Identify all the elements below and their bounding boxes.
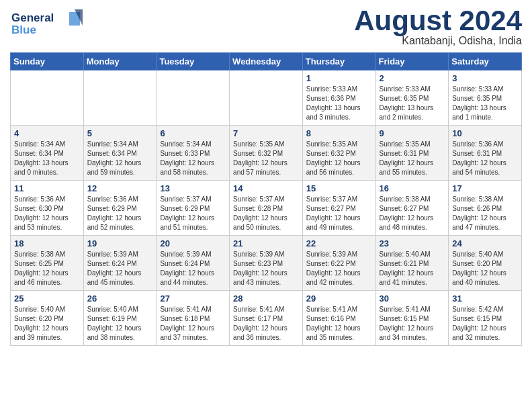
header-wednesday: Wednesday xyxy=(230,53,303,71)
calendar-week-3: 18Sunrise: 5:38 AM Sunset: 6:25 PM Dayli… xyxy=(11,236,522,291)
header-saturday: Saturday xyxy=(449,53,522,71)
day-number: 16 xyxy=(380,183,445,193)
day-detail: Sunrise: 5:39 AM Sunset: 6:24 PM Dayligh… xyxy=(87,250,153,287)
calendar-day: 15Sunrise: 5:37 AM Sunset: 6:27 PM Dayli… xyxy=(302,181,375,236)
day-number: 22 xyxy=(306,238,372,248)
day-number: 2 xyxy=(380,73,445,83)
day-detail: Sunrise: 5:35 AM Sunset: 6:31 PM Dayligh… xyxy=(380,140,445,177)
calendar-day: 4Sunrise: 5:34 AM Sunset: 6:34 PM Daylig… xyxy=(11,126,84,181)
calendar-day: 9Sunrise: 5:35 AM Sunset: 6:31 PM Daylig… xyxy=(375,126,449,181)
day-detail: Sunrise: 5:42 AM Sunset: 6:15 PM Dayligh… xyxy=(452,305,518,342)
day-number: 8 xyxy=(306,128,372,138)
day-number: 25 xyxy=(14,293,80,304)
calendar-day: 5Sunrise: 5:34 AM Sunset: 6:34 PM Daylig… xyxy=(83,126,157,181)
day-detail: Sunrise: 5:41 AM Sunset: 6:17 PM Dayligh… xyxy=(233,305,299,342)
day-number: 15 xyxy=(306,183,372,193)
day-detail: Sunrise: 5:41 AM Sunset: 6:15 PM Dayligh… xyxy=(380,305,445,342)
day-number: 4 xyxy=(14,128,80,138)
calendar-day: 25Sunrise: 5:40 AM Sunset: 6:20 PM Dayli… xyxy=(11,291,84,346)
day-detail: Sunrise: 5:40 AM Sunset: 6:20 PM Dayligh… xyxy=(452,250,518,287)
location: Kantabanji, Odisha, India xyxy=(354,35,522,47)
calendar-day: 27Sunrise: 5:41 AM Sunset: 6:18 PM Dayli… xyxy=(157,291,230,346)
calendar-table: Sunday Monday Tuesday Wednesday Thursday… xyxy=(10,52,522,346)
day-number: 30 xyxy=(380,293,445,304)
day-detail: Sunrise: 5:39 AM Sunset: 6:22 PM Dayligh… xyxy=(306,250,372,287)
header-sunday: Sunday xyxy=(11,53,84,71)
day-detail: Sunrise: 5:37 AM Sunset: 6:29 PM Dayligh… xyxy=(160,195,226,232)
calendar-day: 7Sunrise: 5:35 AM Sunset: 6:32 PM Daylig… xyxy=(230,126,303,181)
day-detail: Sunrise: 5:33 AM Sunset: 6:35 PM Dayligh… xyxy=(380,85,445,122)
calendar-day: 20Sunrise: 5:39 AM Sunset: 6:24 PM Dayli… xyxy=(157,236,230,291)
header-thursday: Thursday xyxy=(302,53,375,71)
calendar-day: 1Sunrise: 5:33 AM Sunset: 6:36 PM Daylig… xyxy=(302,71,375,126)
day-number: 18 xyxy=(14,238,80,248)
calendar-container: General Blue August 2024 Kantabanji, Odi… xyxy=(0,0,532,353)
calendar-day xyxy=(83,71,157,126)
day-number: 9 xyxy=(380,128,445,138)
day-number: 3 xyxy=(452,73,518,83)
calendar-day: 13Sunrise: 5:37 AM Sunset: 6:29 PM Dayli… xyxy=(157,181,230,236)
month-year: August 2024 xyxy=(354,7,522,35)
calendar-day: 10Sunrise: 5:36 AM Sunset: 6:31 PM Dayli… xyxy=(449,126,522,181)
calendar-day: 24Sunrise: 5:40 AM Sunset: 6:20 PM Dayli… xyxy=(449,236,522,291)
day-number: 29 xyxy=(306,293,372,304)
day-detail: Sunrise: 5:38 AM Sunset: 6:27 PM Dayligh… xyxy=(380,195,445,232)
day-number: 5 xyxy=(87,128,153,138)
calendar-day: 12Sunrise: 5:36 AM Sunset: 6:29 PM Dayli… xyxy=(83,181,157,236)
header-friday: Friday xyxy=(375,53,449,71)
header: General Blue August 2024 Kantabanji, Odi… xyxy=(10,7,522,47)
day-detail: Sunrise: 5:36 AM Sunset: 6:29 PM Dayligh… xyxy=(87,195,153,232)
day-number: 27 xyxy=(160,293,226,304)
logo: General Blue xyxy=(10,7,84,42)
day-detail: Sunrise: 5:38 AM Sunset: 6:26 PM Dayligh… xyxy=(452,195,518,232)
day-number: 31 xyxy=(452,293,518,304)
day-number: 21 xyxy=(233,238,299,248)
calendar-day: 16Sunrise: 5:38 AM Sunset: 6:27 PM Dayli… xyxy=(375,181,449,236)
day-number: 28 xyxy=(233,293,299,304)
days-header-row: Sunday Monday Tuesday Wednesday Thursday… xyxy=(11,53,522,71)
svg-text:Blue: Blue xyxy=(11,24,36,36)
day-detail: Sunrise: 5:34 AM Sunset: 6:33 PM Dayligh… xyxy=(160,140,226,177)
calendar-day: 8Sunrise: 5:35 AM Sunset: 6:32 PM Daylig… xyxy=(302,126,375,181)
day-detail: Sunrise: 5:40 AM Sunset: 6:20 PM Dayligh… xyxy=(14,305,80,342)
calendar-day xyxy=(230,71,303,126)
day-detail: Sunrise: 5:37 AM Sunset: 6:27 PM Dayligh… xyxy=(306,195,372,232)
day-number: 23 xyxy=(380,238,445,248)
calendar-day: 14Sunrise: 5:37 AM Sunset: 6:28 PM Dayli… xyxy=(230,181,303,236)
day-number: 10 xyxy=(452,128,518,138)
day-detail: Sunrise: 5:34 AM Sunset: 6:34 PM Dayligh… xyxy=(14,140,80,177)
calendar-day: 2Sunrise: 5:33 AM Sunset: 6:35 PM Daylig… xyxy=(375,71,449,126)
day-number: 17 xyxy=(452,183,518,193)
day-number: 6 xyxy=(160,128,226,138)
calendar-day: 11Sunrise: 5:36 AM Sunset: 6:30 PM Dayli… xyxy=(11,181,84,236)
day-detail: Sunrise: 5:34 AM Sunset: 6:34 PM Dayligh… xyxy=(87,140,153,177)
calendar-week-1: 4Sunrise: 5:34 AM Sunset: 6:34 PM Daylig… xyxy=(11,126,522,181)
day-detail: Sunrise: 5:33 AM Sunset: 6:36 PM Dayligh… xyxy=(306,85,372,122)
day-number: 7 xyxy=(233,128,299,138)
calendar-day: 22Sunrise: 5:39 AM Sunset: 6:22 PM Dayli… xyxy=(302,236,375,291)
day-detail: Sunrise: 5:39 AM Sunset: 6:23 PM Dayligh… xyxy=(233,250,299,287)
day-number: 14 xyxy=(233,183,299,193)
calendar-day: 29Sunrise: 5:41 AM Sunset: 6:16 PM Dayli… xyxy=(302,291,375,346)
calendar-day: 23Sunrise: 5:40 AM Sunset: 6:21 PM Dayli… xyxy=(375,236,449,291)
header-tuesday: Tuesday xyxy=(157,53,230,71)
calendar-day xyxy=(157,71,230,126)
calendar-week-2: 11Sunrise: 5:36 AM Sunset: 6:30 PM Dayli… xyxy=(11,181,522,236)
calendar-week-0: 1Sunrise: 5:33 AM Sunset: 6:36 PM Daylig… xyxy=(11,71,522,126)
day-detail: Sunrise: 5:37 AM Sunset: 6:28 PM Dayligh… xyxy=(233,195,299,232)
day-detail: Sunrise: 5:39 AM Sunset: 6:24 PM Dayligh… xyxy=(160,250,226,287)
calendar-day: 30Sunrise: 5:41 AM Sunset: 6:15 PM Dayli… xyxy=(375,291,449,346)
calendar-day: 3Sunrise: 5:33 AM Sunset: 6:35 PM Daylig… xyxy=(449,71,522,126)
day-detail: Sunrise: 5:35 AM Sunset: 6:32 PM Dayligh… xyxy=(233,140,299,177)
day-detail: Sunrise: 5:40 AM Sunset: 6:19 PM Dayligh… xyxy=(87,305,153,342)
day-detail: Sunrise: 5:41 AM Sunset: 6:16 PM Dayligh… xyxy=(306,305,372,342)
day-number: 11 xyxy=(14,183,80,193)
calendar-week-4: 25Sunrise: 5:40 AM Sunset: 6:20 PM Dayli… xyxy=(11,291,522,346)
day-detail: Sunrise: 5:36 AM Sunset: 6:30 PM Dayligh… xyxy=(14,195,80,232)
day-detail: Sunrise: 5:35 AM Sunset: 6:32 PM Dayligh… xyxy=(306,140,372,177)
day-number: 24 xyxy=(452,238,518,248)
calendar-day: 19Sunrise: 5:39 AM Sunset: 6:24 PM Dayli… xyxy=(83,236,157,291)
calendar-day: 6Sunrise: 5:34 AM Sunset: 6:33 PM Daylig… xyxy=(157,126,230,181)
day-detail: Sunrise: 5:41 AM Sunset: 6:18 PM Dayligh… xyxy=(160,305,226,342)
logo-text: General Blue xyxy=(10,7,84,42)
